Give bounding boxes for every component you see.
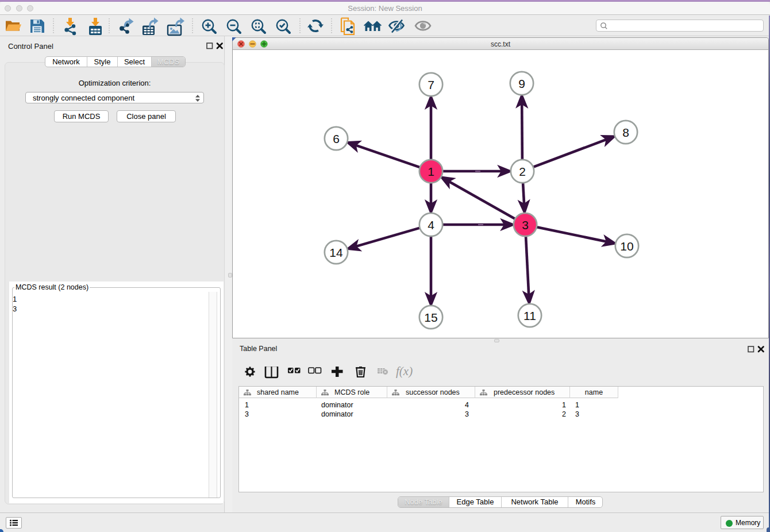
svg-text:9: 9: [518, 77, 525, 90]
svg-text:3: 3: [522, 218, 529, 232]
svg-text:8: 8: [622, 126, 629, 139]
svg-text:7: 7: [428, 78, 434, 91]
svg-text:15: 15: [424, 311, 437, 324]
svg-text:f(x): f(x): [396, 367, 413, 378]
svg-text:1: 1: [428, 165, 434, 178]
svg-text:2: 2: [519, 165, 526, 178]
svg-text:14: 14: [329, 246, 343, 259]
svg-text:10: 10: [620, 240, 633, 253]
svg-text:6: 6: [333, 132, 340, 145]
svg-text:11: 11: [523, 309, 536, 322]
svg-text:4: 4: [428, 218, 434, 232]
